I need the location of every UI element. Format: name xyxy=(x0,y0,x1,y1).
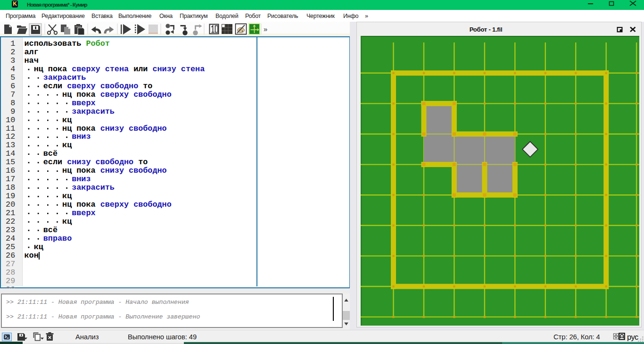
svg-text:»: » xyxy=(264,25,267,33)
